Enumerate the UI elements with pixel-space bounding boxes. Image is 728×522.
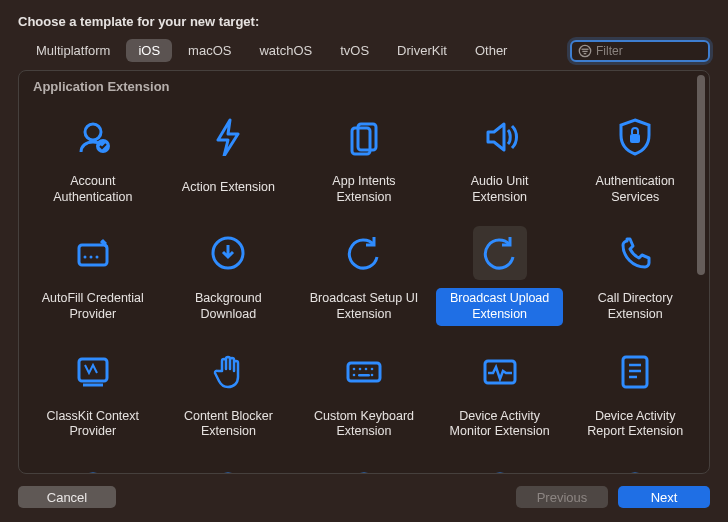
template-icon-tile	[201, 226, 255, 280]
template-label: Device Activity Report Extension	[571, 406, 699, 443]
template-icon-tile	[201, 461, 255, 473]
tab-ios[interactable]: iOS	[126, 39, 172, 62]
template-label: Audio Unit Extension	[436, 171, 564, 208]
template-icon-tile	[473, 109, 527, 163]
template-grid-viewport: Account AuthenticationAction ExtensionAp…	[19, 101, 709, 473]
refresh-icon	[343, 232, 385, 274]
tab-multiplatform[interactable]: Multiplatform	[24, 39, 122, 62]
phone-icon	[614, 232, 656, 274]
template-item[interactable]	[434, 453, 566, 473]
hand-icon	[207, 350, 249, 392]
template-icon-tile	[608, 461, 662, 473]
filter-icon	[578, 44, 592, 58]
template-icon-tile	[201, 109, 255, 163]
template-icon-tile	[337, 109, 391, 163]
template-icon-tile	[608, 109, 662, 163]
template-icon-tile	[337, 344, 391, 398]
template-chooser-sheet: Choose a template for your new target: M…	[0, 0, 728, 522]
bolt-icon	[207, 115, 249, 157]
sheet-title: Choose a template for your new target:	[18, 14, 710, 29]
cards-icon	[343, 115, 385, 157]
circle-icon	[72, 467, 114, 473]
platform-tabs: Multiplatform iOS macOS watchOS tvOS Dri…	[18, 39, 710, 62]
template-item[interactable]: ClassKit Context Provider	[27, 336, 159, 449]
template-icon-tile	[608, 226, 662, 280]
template-icon-tile	[608, 344, 662, 398]
keyboard-icon	[343, 350, 385, 392]
template-item[interactable]: Account Authentication	[27, 101, 159, 214]
template-icon-tile	[66, 461, 120, 473]
template-icon-tile	[66, 226, 120, 280]
template-label: AutoFill Credential Provider	[29, 288, 157, 325]
template-item[interactable]: Custom Keyboard Extension	[298, 336, 430, 449]
template-label: Authentication Services	[571, 171, 699, 208]
template-label: Content Blocker Extension	[165, 406, 293, 443]
download-circle-icon	[207, 232, 249, 274]
template-item[interactable]: Device Activity Monitor Extension	[434, 336, 566, 449]
template-item[interactable]: Background Download	[163, 218, 295, 331]
footer: Cancel Previous Next	[18, 486, 710, 508]
template-icon-tile	[337, 461, 391, 473]
circle-icon	[343, 467, 385, 473]
template-grid: Account AuthenticationAction ExtensionAp…	[27, 101, 701, 473]
template-item[interactable]: Call Directory Extension	[569, 218, 701, 331]
user-check-icon	[72, 115, 114, 157]
tab-driverkit[interactable]: DriverKit	[385, 39, 459, 62]
filter-input[interactable]	[596, 44, 728, 58]
template-label: Call Directory Extension	[571, 288, 699, 325]
template-item[interactable]: Content Blocker Extension	[163, 336, 295, 449]
tab-tvos[interactable]: tvOS	[328, 39, 381, 62]
template-item[interactable]	[298, 453, 430, 473]
template-label: Broadcast Upload Extension	[436, 288, 564, 325]
filter-field[interactable]	[570, 40, 710, 62]
template-icon-tile	[66, 344, 120, 398]
template-icon-tile	[473, 226, 527, 280]
template-label: Custom Keyboard Extension	[300, 406, 428, 443]
next-button[interactable]: Next	[618, 486, 710, 508]
template-item[interactable]: Broadcast Upload Extension	[434, 218, 566, 331]
template-label: Background Download	[165, 288, 293, 325]
template-icon-tile	[473, 461, 527, 473]
template-icon-tile	[473, 344, 527, 398]
template-item[interactable]	[569, 453, 701, 473]
template-label: Device Activity Monitor Extension	[436, 406, 564, 443]
circle-icon	[207, 467, 249, 473]
template-icon-tile	[66, 109, 120, 163]
template-label: App Intents Extension	[300, 171, 428, 208]
activity-icon	[479, 350, 521, 392]
template-item[interactable]: AutoFill Credential Provider	[27, 218, 159, 331]
template-list: Application Extension Account Authentica…	[18, 70, 710, 474]
tab-macos[interactable]: macOS	[176, 39, 243, 62]
lock-shield-icon	[614, 115, 656, 157]
chalkboard-icon	[72, 350, 114, 392]
template-label: Broadcast Setup UI Extension	[300, 288, 428, 325]
tab-other[interactable]: Other	[463, 39, 520, 62]
speaker-icon	[479, 115, 521, 157]
template-item[interactable]: Device Activity Report Extension	[569, 336, 701, 449]
circle-icon	[614, 467, 656, 473]
template-item[interactable]: Action Extension	[163, 101, 295, 214]
template-item[interactable]	[27, 453, 159, 473]
template-label: ClassKit Context Provider	[29, 406, 157, 443]
template-item[interactable]: Broadcast Setup UI Extension	[298, 218, 430, 331]
template-icon-tile	[201, 344, 255, 398]
template-icon-tile	[337, 226, 391, 280]
tab-watchos[interactable]: watchOS	[247, 39, 324, 62]
template-item[interactable]: App Intents Extension	[298, 101, 430, 214]
template-item[interactable]: Audio Unit Extension	[434, 101, 566, 214]
credential-card-icon	[72, 232, 114, 274]
circle-icon	[479, 467, 521, 473]
cancel-button[interactable]: Cancel	[18, 486, 116, 508]
template-label: Action Extension	[176, 171, 281, 205]
template-label: Account Authentication	[29, 171, 157, 208]
previous-button[interactable]: Previous	[516, 486, 608, 508]
refresh-icon	[479, 232, 521, 274]
template-item[interactable]: Authentication Services	[569, 101, 701, 214]
section-header: Application Extension	[19, 71, 709, 100]
template-item[interactable]	[163, 453, 295, 473]
report-icon	[614, 350, 656, 392]
